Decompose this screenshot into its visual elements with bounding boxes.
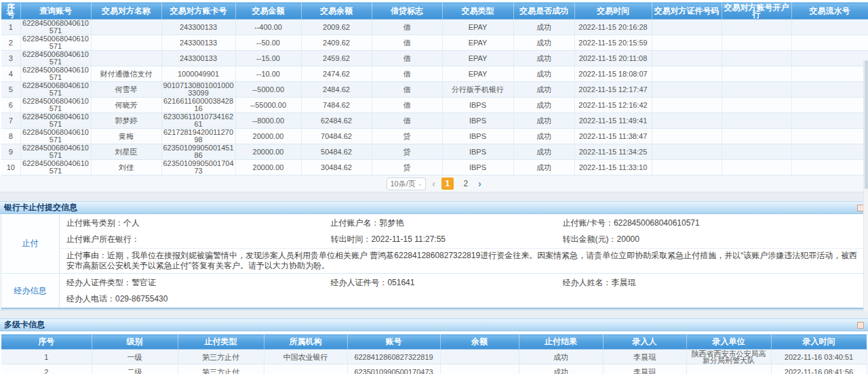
table-cell — [722, 51, 791, 66]
chevron-down-icon: ⌄ — [418, 182, 423, 186]
table-cell: 2484.62 — [301, 82, 372, 98]
operator-info-row: 经办信息 经办人证件类型：警官证经办人证件号：051641经办人姓名：李晨琨经办… — [1, 274, 867, 309]
column-header: 录入人 — [603, 335, 686, 350]
column-header: 序号 — [1, 335, 92, 350]
table-row: 16228450068040610571243300133--400.00200… — [1, 20, 868, 35]
field-text: 经办人姓名：李晨琨 — [563, 274, 867, 291]
table-cell — [652, 20, 722, 35]
table-cell: 2409.62 — [301, 35, 372, 51]
operator-fields: 经办人证件类型：警官证经办人证件号：051641经办人姓名：李晨琨经办人电话：0… — [60, 274, 867, 308]
field-text: 止付账号类别：个人 — [66, 215, 330, 231]
table-cell — [722, 160, 791, 175]
header-row: 序号查询账号交易对方名称交易对方账卡号交易金额交易余额借贷标志交易类型交易是否成… — [1, 3, 868, 20]
page-size-select[interactable]: 10条/页 ⌄ — [387, 178, 426, 190]
table-cell: 借 — [372, 113, 442, 129]
table-cell: 6235010990500170473 — [161, 160, 235, 175]
table-cell: 成功 — [513, 160, 574, 175]
collapse-icon[interactable] — [857, 322, 864, 329]
column-header: 交易类型 — [442, 3, 513, 20]
table-cell: 2 — [1, 35, 20, 51]
table-cell: 2022-11-15 12:16:42 — [574, 98, 652, 113]
field-text — [563, 291, 867, 307]
table-cell: 4 — [1, 66, 20, 82]
scrollbar-thumb[interactable] — [865, 60, 868, 189]
column-header: 所属机构 — [264, 335, 347, 350]
table-cell: 2459.62 — [301, 51, 372, 66]
table-cell — [440, 350, 519, 365]
table-cell — [722, 20, 791, 35]
table-cell — [791, 66, 868, 82]
table-cell: 5 — [1, 82, 20, 98]
table-row: 76228450068040610571郭梦婷62303611010734162… — [1, 113, 868, 129]
table-row: 2二级第三方止付6235010990500170473成功李晨琨2022-11-… — [1, 365, 867, 374]
table-cell — [722, 82, 791, 98]
table-cell — [722, 113, 791, 129]
table-cell: 2022-11-15 12:17:47 — [574, 82, 652, 98]
table-cell: 6228450068040610571 — [20, 51, 91, 66]
table-cell: IBPS — [442, 98, 513, 113]
table-cell: EPAY — [442, 51, 513, 66]
multi-card-table: 序号级别止付类型所属机构账号余额止付结果录入人录入单位录入时间1一级第三方止付中… — [1, 334, 867, 374]
table-cell: 6228450068040610571 — [20, 35, 91, 51]
table-cell — [652, 129, 722, 144]
table-cell: 1 — [1, 20, 20, 35]
table-cell: 成功 — [519, 365, 603, 374]
table-cell — [91, 51, 161, 66]
page-2-button[interactable]: 2 — [460, 178, 472, 190]
table-cell: 借 — [372, 98, 442, 113]
table-cell — [791, 144, 868, 160]
prev-page-button[interactable]: ‹ — [432, 179, 435, 188]
table-cell: 郭梦婷 — [91, 113, 161, 129]
stop-payment-section-header: 银行卡止付提交信息 — [0, 201, 868, 214]
table-row: 26228450068040610571243300133--50.002409… — [1, 35, 868, 51]
table-cell: 6228450068040610571 — [20, 98, 91, 113]
table-cell: 8 — [1, 129, 20, 144]
table-cell: 二级 — [92, 365, 178, 374]
table-cell: 9010713080100100033099 — [161, 82, 235, 98]
table-cell: 20000.00 — [235, 144, 301, 160]
stop-payment-panel: 止付 止付账号类别：个人止付账户名：郭梦艳止付账/卡号：622845006804… — [1, 214, 867, 310]
table-cell — [791, 160, 868, 175]
table-cell: 第三方止付 — [178, 365, 264, 374]
column-header: 交易时间 — [574, 3, 652, 20]
table-row: 106228450068040610571刘佳62350109905001704… — [1, 160, 868, 175]
table-cell: 6228450068040610571 — [20, 20, 91, 35]
table-cell — [91, 35, 161, 51]
table-cell: 6228450068040610571 — [20, 66, 91, 82]
page-1-button[interactable]: 1 — [441, 178, 454, 190]
table-cell: 6235010990500145186 — [161, 144, 235, 160]
table-cell: 成功 — [513, 98, 574, 113]
table-cell: --8000.00 — [235, 113, 301, 129]
table-cell: 9 — [1, 144, 20, 160]
table-cell: 2022-11-15 20:11:08 — [574, 51, 652, 66]
table-cell: 借 — [372, 20, 442, 35]
table-cell: --10.00 — [235, 66, 301, 82]
table-cell: 成功 — [513, 129, 574, 144]
table-cell: IBPS — [442, 144, 513, 160]
next-page-button[interactable]: › — [478, 179, 481, 188]
table-cell — [686, 365, 771, 374]
transactions-table: 序号查询账号交易对方名称交易对方账卡号交易金额交易余额借贷标志交易类型交易是否成… — [1, 2, 868, 175]
table-cell: --400.00 — [235, 20, 301, 35]
table-row: 96228450068040610571刘星臣62350109905001451… — [1, 144, 868, 160]
table-cell: 62484.62 — [301, 113, 372, 129]
table-cell: 243300133 — [161, 51, 235, 66]
field-text: 止付账户名：郭梦艳 — [330, 215, 562, 231]
column-header: 查询账号 — [20, 3, 91, 20]
table-cell: 2022-11-15 18:08:07 — [574, 66, 652, 82]
table-row: 86228450068040610571黄梅621728194200112709… — [1, 129, 868, 144]
table-cell: EPAY — [442, 20, 513, 35]
column-header: 交易对方名称 — [91, 3, 161, 20]
table-cell: 黄梅 — [91, 129, 161, 144]
column-header: 序号 — [1, 3, 20, 20]
table-cell: 6228450068040610571 — [20, 144, 91, 160]
table-cell — [791, 20, 868, 35]
vertical-scrollbar[interactable] — [863, 60, 868, 312]
column-header: 交易余额 — [301, 3, 372, 20]
table-cell: 借 — [372, 51, 442, 66]
table-cell: 刘星臣 — [91, 144, 161, 160]
column-header: 余额 — [440, 335, 519, 350]
group-label-zhifu: 止付 — [1, 214, 60, 273]
table-cell: 成功 — [513, 35, 574, 51]
table-cell: 6228450068040610571 — [20, 113, 91, 129]
